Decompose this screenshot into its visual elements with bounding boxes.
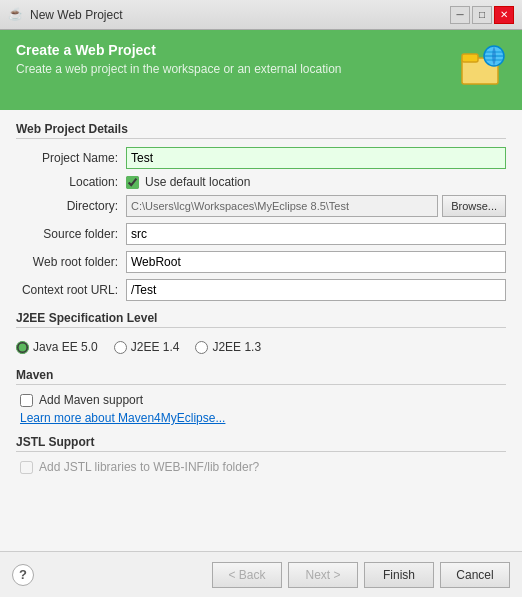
add-jstl-label: Add JSTL libraries to WEB-INF/lib folder… xyxy=(39,460,259,474)
jstl-section: JSTL Support xyxy=(16,435,506,452)
web-root-folder-input[interactable] xyxy=(126,251,506,273)
dialog-header: Create a Web Project Create a web projec… xyxy=(0,30,522,110)
j2ee-label-13: J2EE 1.3 xyxy=(212,340,261,354)
minimize-button[interactable]: ─ xyxy=(450,6,470,24)
maximize-button[interactable]: □ xyxy=(472,6,492,24)
web-root-folder-group: Web root folder: xyxy=(16,251,506,273)
j2ee-label-ee5: Java EE 5.0 xyxy=(33,340,98,354)
j2ee-radio-group: Java EE 5.0 J2EE 1.4 J2EE 1.3 xyxy=(16,336,506,358)
context-root-url-label: Context root URL: xyxy=(16,283,126,297)
maven-checkbox-row: Add Maven support xyxy=(16,393,506,407)
help-button[interactable]: ? xyxy=(12,564,34,586)
next-button[interactable]: Next > xyxy=(288,562,358,588)
context-root-url-input[interactable] xyxy=(126,279,506,301)
directory-input[interactable] xyxy=(126,195,438,217)
finish-button[interactable]: Finish xyxy=(364,562,434,588)
add-maven-label[interactable]: Add Maven support xyxy=(39,393,143,407)
back-button[interactable]: < Back xyxy=(212,562,282,588)
web-root-folder-label: Web root folder: xyxy=(16,255,126,269)
add-jstl-checkbox[interactable] xyxy=(20,461,33,474)
j2ee-label-14: J2EE 1.4 xyxy=(131,340,180,354)
j2ee-option-13[interactable]: J2EE 1.3 xyxy=(195,340,261,354)
dialog: Create a Web Project Create a web projec… xyxy=(0,30,522,597)
context-root-url-group: Context root URL: xyxy=(16,279,506,301)
directory-group: Directory: Browse... xyxy=(16,195,506,217)
location-label: Location: xyxy=(16,175,126,189)
jstl-checkbox-row: Add JSTL libraries to WEB-INF/lib folder… xyxy=(16,460,506,474)
browse-button[interactable]: Browse... xyxy=(442,195,506,217)
source-folder-input[interactable] xyxy=(126,223,506,245)
project-name-group: Project Name: xyxy=(16,147,506,169)
dialog-title: Create a Web Project xyxy=(16,42,342,58)
j2ee-option-14[interactable]: J2EE 1.4 xyxy=(114,340,180,354)
dialog-footer: ? < Back Next > Finish Cancel xyxy=(0,551,522,597)
location-group: Location: Use default location xyxy=(16,175,506,189)
dialog-content: Web Project Details Project Name: Locati… xyxy=(0,110,522,551)
title-bar: ☕ New Web Project ─ □ ✕ xyxy=(0,0,522,30)
j2ee-section: J2EE Specification Level xyxy=(16,311,506,328)
maven-section: Maven xyxy=(16,368,506,385)
maven-learn-more-link[interactable]: Learn more about Maven4MyEclipse... xyxy=(16,411,225,425)
wizard-icon xyxy=(458,42,506,90)
project-name-label: Project Name: xyxy=(16,151,126,165)
project-name-input[interactable] xyxy=(126,147,506,169)
web-project-details-section: Web Project Details xyxy=(16,122,506,139)
cancel-button[interactable]: Cancel xyxy=(440,562,510,588)
j2ee-option-ee5[interactable]: Java EE 5.0 xyxy=(16,340,98,354)
use-default-checkbox[interactable] xyxy=(126,176,139,189)
j2ee-radio-14[interactable] xyxy=(114,341,127,354)
directory-label: Directory: xyxy=(16,199,126,213)
svg-rect-1 xyxy=(462,54,478,62)
window-controls: ─ □ ✕ xyxy=(450,6,514,24)
j2ee-radio-13[interactable] xyxy=(195,341,208,354)
j2ee-radio-ee5[interactable] xyxy=(16,341,29,354)
dialog-subtitle: Create a web project in the workspace or… xyxy=(16,62,342,76)
source-folder-label: Source folder: xyxy=(16,227,126,241)
source-folder-group: Source folder: xyxy=(16,223,506,245)
app-icon: ☕ xyxy=(8,7,24,23)
add-maven-checkbox[interactable] xyxy=(20,394,33,407)
window-title: New Web Project xyxy=(30,8,122,22)
close-button[interactable]: ✕ xyxy=(494,6,514,24)
use-default-label[interactable]: Use default location xyxy=(145,175,250,189)
